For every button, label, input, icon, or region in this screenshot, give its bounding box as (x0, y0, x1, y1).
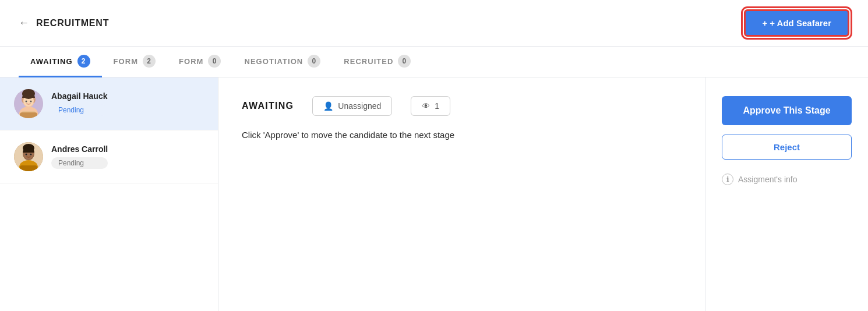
header: ← RECRUITMENT + + Add Seafarer (0, 0, 868, 47)
action-panel: Approve This Stage Reject ℹ Assigment's … (705, 77, 868, 311)
tab-recruited-badge: 0 (398, 55, 411, 68)
list-item[interactable]: Andres Carroll Pending (0, 130, 218, 183)
list-item[interactable]: Abagail Hauck Pending (0, 77, 218, 130)
detail-top-row: AWAITING 👤 Unassigned 👁 1 (242, 96, 682, 116)
tab-recruited[interactable]: RECRUITED 0 (332, 47, 422, 77)
svg-point-7 (30, 101, 32, 103)
detail-panel: AWAITING 👤 Unassigned 👁 1 Click 'Approve… (218, 77, 705, 311)
tab-negotiation-label: NEGOTIATION (244, 57, 303, 66)
unassigned-button[interactable]: 👤 Unassigned (312, 96, 392, 116)
add-seafarer-button[interactable]: + + Add Seafarer (744, 9, 849, 37)
assignment-info: ℹ Assigment's info (722, 174, 852, 185)
add-seafarer-label: + Add Seafarer (770, 18, 831, 28)
person-icon: 👤 (323, 101, 333, 111)
approve-button[interactable]: Approve This Stage (722, 96, 852, 125)
tab-awaiting[interactable]: AWAITING 2 (19, 47, 102, 77)
svg-point-15 (26, 154, 27, 156)
candidate-info-andres: Andres Carroll Pending (51, 144, 108, 169)
svg-point-16 (30, 154, 32, 156)
views-button[interactable]: 👁 1 (411, 96, 450, 116)
tab-form2[interactable]: FORM 0 (167, 47, 232, 77)
main-content: Abagail Hauck Pending (0, 77, 868, 311)
reject-button[interactable]: Reject (722, 135, 852, 160)
header-left: ← RECRUITMENT (19, 17, 109, 29)
views-count: 1 (435, 101, 439, 111)
page-title: RECRUITMENT (36, 18, 109, 29)
tab-form1[interactable]: FORM 2 (102, 47, 167, 77)
candidate-name: Andres Carroll (51, 144, 108, 154)
avatar-andres (14, 142, 43, 171)
tab-negotiation-badge: 0 (308, 55, 320, 68)
tab-negotiation[interactable]: NEGOTIATION 0 (232, 47, 332, 77)
candidate-status: Pending (51, 157, 108, 169)
unassigned-label: Unassigned (338, 101, 381, 111)
candidate-list: Abagail Hauck Pending (0, 77, 218, 311)
candidate-info-abagail: Abagail Hauck Pending (51, 91, 107, 116)
stage-label: AWAITING (242, 101, 294, 111)
svg-point-6 (26, 101, 27, 103)
tab-recruited-label: RECRUITED (344, 57, 393, 66)
detail-message: Click 'Approve' to move the candidate to… (242, 130, 682, 140)
svg-rect-19 (20, 165, 37, 171)
tab-awaiting-label: AWAITING (30, 57, 73, 66)
candidate-name: Abagail Hauck (51, 91, 107, 101)
tabs-bar: AWAITING 2 FORM 2 FORM 0 NEGOTIATION 0 R… (0, 47, 868, 77)
tab-form2-badge: 0 (208, 55, 221, 68)
tab-form1-badge: 2 (143, 55, 156, 68)
info-icon: ℹ (722, 174, 733, 185)
eye-icon: 👁 (422, 101, 430, 111)
tab-form2-label: FORM (179, 57, 203, 66)
plus-icon: + (762, 18, 767, 28)
assignment-info-label: Assigment's info (738, 175, 798, 184)
avatar-abagail (14, 89, 43, 118)
candidate-status: Pending (51, 104, 107, 116)
tab-form1-label: FORM (114, 57, 138, 66)
tab-awaiting-badge: 2 (77, 55, 90, 68)
svg-rect-10 (20, 112, 37, 118)
back-arrow-icon[interactable]: ← (19, 17, 29, 29)
